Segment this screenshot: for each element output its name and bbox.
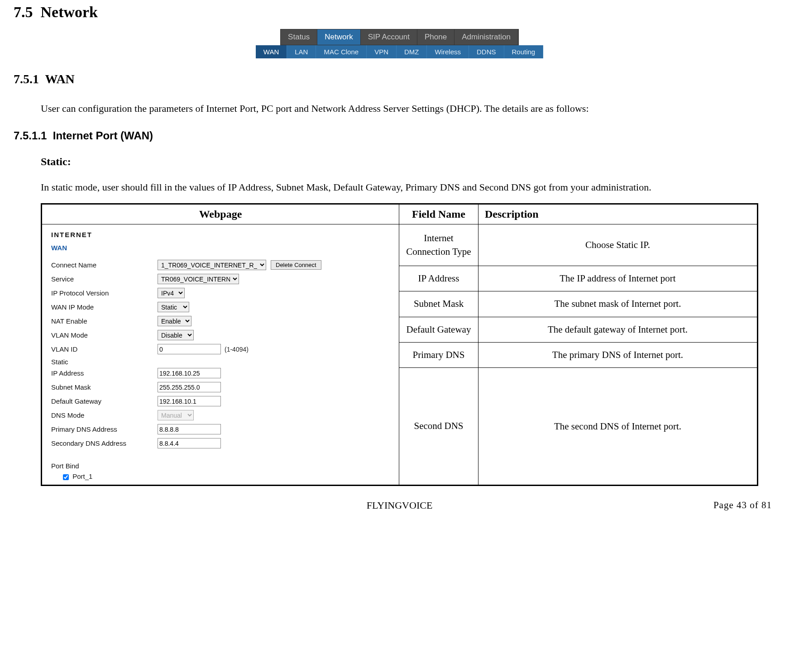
wan-ip-mode-select[interactable]: Static [158, 302, 189, 312]
desc-ip-address: The IP address of Internet port [478, 266, 758, 291]
desc-second-dns: The second DNS of Internet port. [478, 368, 758, 486]
section-title: Network [41, 4, 98, 20]
col-header-field: Field Name [399, 204, 478, 224]
service-select[interactable]: TR069_VOICE_INTERNET [158, 274, 239, 284]
tabs-primary: Status Network SIP Account Phone Adminis… [280, 29, 519, 45]
label-vlan-mode: VLAN Mode [51, 331, 158, 339]
static-mode-paragraph: In static mode, user should fill in the … [41, 176, 785, 199]
field-second-dns: Second DNS [399, 368, 478, 486]
vlan-id-input[interactable] [158, 344, 221, 354]
dns-mode-select: Manual [158, 410, 194, 420]
tabs-secondary: WAN LAN MAC Clone VPN DMZ Wireless DDNS … [256, 45, 543, 58]
label-ip-protocol: IP Protocol Version [51, 289, 158, 297]
subsubsection-heading: 7.5.1.1 Internet Port (WAN) [14, 129, 785, 142]
connect-name-select[interactable]: 1_TR069_VOICE_INTERNET_R_VID_ [158, 260, 266, 270]
port-1-label: Port_1 [72, 472, 92, 480]
subtab-wireless[interactable]: Wireless [427, 45, 469, 58]
subtab-vpn[interactable]: VPN [367, 45, 397, 58]
tab-network[interactable]: Network [317, 29, 360, 45]
desc-subnet-mask: The subnet mask of Internet port. [478, 291, 758, 317]
ip-protocol-select[interactable]: IPv4 [158, 288, 185, 298]
label-dns-mode: DNS Mode [51, 411, 158, 419]
delete-connect-button[interactable]: Delete Connect [271, 260, 321, 270]
vlan-mode-select[interactable]: Disable [158, 330, 194, 340]
vlan-id-hint: (1-4094) [225, 346, 249, 353]
label-nat-enable: NAT Enable [51, 317, 158, 325]
subtab-ddns[interactable]: DDNS [469, 45, 504, 58]
subtab-dmz[interactable]: DMZ [397, 45, 427, 58]
subtab-mac-clone[interactable]: MAC Clone [316, 45, 367, 58]
tab-sip-account[interactable]: SIP Account [361, 29, 417, 45]
field-subnet-mask: Subnet Mask [399, 291, 478, 317]
label-primary-dns: Primary DNS Address [51, 425, 158, 433]
desc-primary-dns: The primary DNS of Internet port. [478, 342, 758, 367]
subtab-lan[interactable]: LAN [287, 45, 316, 58]
desc-default-gateway: The default gateway of Internet port. [478, 317, 758, 342]
ip-address-input[interactable] [158, 368, 221, 378]
field-primary-dns: Primary DNS [399, 342, 478, 367]
footer-brand: FLYINGVOICE [367, 500, 433, 511]
label-port-bind: Port Bind [51, 462, 394, 470]
col-header-webpage: Webpage [42, 204, 399, 224]
label-service: Service [51, 275, 158, 283]
label-default-gateway: Default Gateway [51, 397, 158, 405]
subsection-intro: User can configuration the parameters of… [41, 97, 785, 120]
desc-internet-connection-type: Choose Static IP. [478, 224, 758, 266]
subsection-title: WAN [45, 72, 75, 86]
label-connect-name: Connect Name [51, 261, 158, 269]
tab-status[interactable]: Status [281, 29, 317, 45]
webpage-screenshot-cell: INTERNET WAN Connect Name 1_TR069_VOICE_… [42, 224, 399, 486]
subsubsection-title: Internet Port (WAN) [53, 129, 153, 142]
footer-page-number: Page 43 of 81 [713, 500, 772, 511]
subsubsection-number: 7.5.1.1 [14, 129, 47, 142]
col-header-description: Description [478, 204, 758, 224]
section-heading: 7.5 Network [14, 4, 785, 21]
port-1-checkbox[interactable] [63, 474, 69, 480]
static-subheader: Static [51, 358, 394, 366]
subtab-routing[interactable]: Routing [504, 45, 544, 58]
label-subnet-mask: Subnet Mask [51, 383, 158, 391]
primary-dns-input[interactable] [158, 424, 221, 434]
subsection-number: 7.5.1 [14, 72, 39, 86]
static-mode-label: Static: [41, 156, 785, 168]
form-header-internet: INTERNET [51, 231, 394, 238]
subtab-wan[interactable]: WAN [256, 45, 287, 58]
tab-phone[interactable]: Phone [417, 29, 455, 45]
secondary-dns-input[interactable] [158, 438, 221, 448]
label-secondary-dns: Secondary DNS Address [51, 439, 158, 447]
label-wan-ip-mode: WAN IP Mode [51, 303, 158, 311]
page-footer: FLYINGVOICE Page 43 of 81 [14, 500, 785, 511]
subnet-mask-input[interactable] [158, 382, 221, 392]
field-description-table: Webpage Field Name Description INTERNET … [41, 203, 758, 486]
subsection-heading: 7.5.1 WAN [14, 72, 785, 86]
field-default-gateway: Default Gateway [399, 317, 478, 342]
nav-figure: Status Network SIP Account Phone Adminis… [14, 29, 785, 58]
form-header-wan: WAN [51, 244, 394, 252]
nat-enable-select[interactable]: Enable [158, 316, 191, 326]
label-vlan-id: VLAN ID [51, 345, 158, 353]
field-internet-connection-type: Internet Connection Type [399, 224, 478, 266]
label-ip-address: IP Address [51, 369, 158, 377]
field-ip-address: IP Address [399, 266, 478, 291]
tab-administration[interactable]: Administration [455, 29, 518, 45]
default-gateway-input[interactable] [158, 396, 221, 406]
section-number: 7.5 [14, 4, 33, 20]
